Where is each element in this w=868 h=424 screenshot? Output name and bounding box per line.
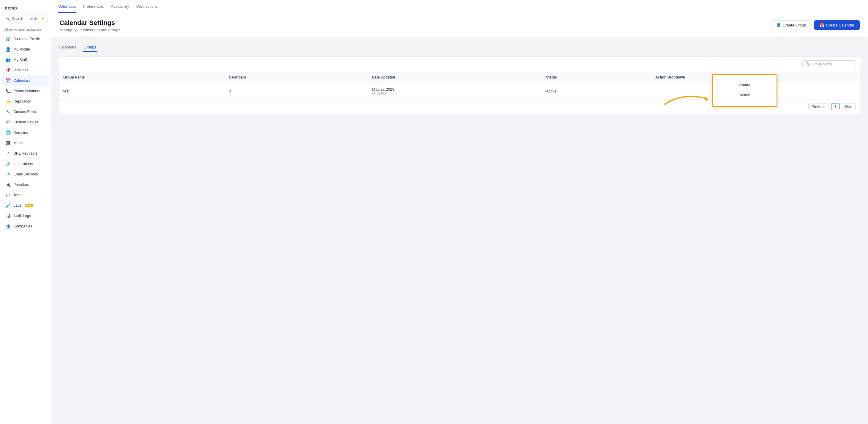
back-nav[interactable]: Back to main navigation xyxy=(0,25,51,34)
sub-tab-groups[interactable]: Groups xyxy=(83,43,97,52)
sidebar-item-audit-logs[interactable]: 📊Audit Logs xyxy=(2,211,49,221)
sidebar-item-reputation[interactable]: ⭐Reputation xyxy=(2,96,49,107)
sidebar-label-integrations: Integrations xyxy=(13,162,33,166)
calendar-icon: 📅 xyxy=(819,23,824,27)
create-group-button[interactable]: 👤 Create Group xyxy=(771,20,811,30)
col-group-name: Group Name xyxy=(59,72,224,83)
group-name-search[interactable]: 🔍 Group Name xyxy=(802,60,856,68)
tab-connections[interactable]: Connections xyxy=(136,1,158,13)
sidebar-label-companies: Companies xyxy=(13,224,32,228)
sidebar-item-url-redirects[interactable]: ↗URL Redirects xyxy=(2,148,49,159)
sidebar-item-my-staff[interactable]: 👥My Staff xyxy=(2,55,49,65)
domains-icon: 🌐 xyxy=(5,130,11,135)
sidebar-label-reputation: Reputation xyxy=(13,99,31,104)
page-subtitle: Manage your calendars and groups xyxy=(59,28,120,32)
main-content: Calendars Preferences Availability Conne… xyxy=(51,0,868,424)
cell-action: ⋮ xyxy=(651,83,861,100)
tab-preferences[interactable]: Preferences xyxy=(83,1,104,13)
search-icon: 🔍 xyxy=(6,17,10,21)
previous-button[interactable]: Previous xyxy=(808,103,829,110)
col-status: Status xyxy=(541,72,651,83)
sidebar-label-domains: Domains xyxy=(13,131,28,135)
action-dropdown-button[interactable]: ⋮ xyxy=(655,88,665,94)
calendars-icon: 📅 xyxy=(5,78,11,83)
sidebar-label-my-staff: My Staff xyxy=(13,58,27,62)
sidebar-label-email-services: Email Services xyxy=(13,172,38,176)
media-icon: 🖼 xyxy=(5,141,11,145)
cell-status: Active xyxy=(541,83,651,100)
date-primary: May 22 2023 xyxy=(372,87,536,91)
search-icon: 🔍 xyxy=(806,62,810,66)
pagination: Previous 1 Next xyxy=(59,100,861,114)
integrations-icon: 🔗 xyxy=(5,162,11,166)
sidebar-label-custom-fields: Custom Fields xyxy=(13,110,37,114)
page-title: Calendar Settings xyxy=(59,19,120,27)
sidebar-item-custom-values[interactable]: 💎Custom Values xyxy=(2,117,49,127)
app-logo: demo. xyxy=(0,0,51,13)
table-row: test 0 May 22 2023 08:32 PM Active ⋮ xyxy=(59,83,861,100)
sidebar-item-my-profile[interactable]: 👤My Profile xyxy=(2,44,49,54)
sidebar-nav: 🏢Business Profile👤My Profile👥My Staff📌Pi… xyxy=(0,34,51,232)
top-tab-bar: Calendars Preferences Availability Conne… xyxy=(51,0,868,13)
companies-icon: 🏦 xyxy=(5,224,11,229)
sidebar-item-providers[interactable]: 🔌Providers xyxy=(2,179,49,190)
lightning-icon[interactable]: ⚡ xyxy=(40,16,45,21)
sidebar-label-custom-values: Custom Values xyxy=(13,120,38,124)
groups-table-container: 🔍 Group Name Group Name Calendars Date U… xyxy=(58,56,861,114)
sidebar-item-custom-fields[interactable]: 🔧Custom Fields xyxy=(2,107,49,117)
sidebar-item-media[interactable]: 🖼Media xyxy=(2,138,49,148)
next-button[interactable]: Next xyxy=(842,103,856,110)
cell-date: May 22 2023 08:32 PM xyxy=(367,83,541,100)
sidebar-item-business-profile[interactable]: 🏢Business Profile xyxy=(2,34,49,44)
email-services-icon: 📧 xyxy=(5,172,11,177)
pipelines-icon: 📌 xyxy=(5,68,11,73)
tab-calendars[interactable]: Calendars xyxy=(58,1,76,13)
sidebar-label-providers: Providers xyxy=(13,182,29,187)
business-profile-icon: 🏢 xyxy=(5,36,11,41)
custom-fields-icon: 🔧 xyxy=(5,109,11,114)
cell-calendars: 0 xyxy=(224,83,367,100)
sidebar-item-tags[interactable]: 🏷Tags xyxy=(2,190,49,200)
sidebar-label-url-redirects: URL Redirects xyxy=(13,151,37,156)
sidebar-item-email-services[interactable]: 📧Email Services xyxy=(2,169,49,179)
search-placeholder: Group Name xyxy=(812,62,832,66)
sub-tab-calendars[interactable]: Calendars xyxy=(58,43,77,52)
sidebar-label-business-profile: Business Profile xyxy=(13,37,40,41)
my-profile-icon: 👤 xyxy=(5,47,11,52)
sidebar-label-pipelines: Pipelines xyxy=(13,68,29,72)
sidebar-item-domains[interactable]: 🌐Domains xyxy=(2,128,49,138)
sidebar-item-calendars[interactable]: 📅Calendars xyxy=(2,76,49,86)
sidebar-label-phone-numbers: Phone Numbers xyxy=(13,89,40,93)
groups-table: Group Name Calendars Date Updated Status… xyxy=(59,72,861,100)
content-area: Calendars Groups 🔍 Group Name Group Name… xyxy=(51,37,868,424)
sidebar-item-integrations[interactable]: 🔗Integrations xyxy=(2,159,49,169)
col-calendars: Calendars xyxy=(224,72,367,83)
create-calendar-button[interactable]: 📅 Create Calendar xyxy=(814,20,860,30)
sidebar-item-companies[interactable]: 🏦Companies xyxy=(2,221,49,231)
custom-values-icon: 💎 xyxy=(5,120,11,124)
cell-group-name: test xyxy=(59,83,224,100)
sub-tab-bar: Calendars Groups xyxy=(58,43,861,52)
search-label: Search xyxy=(12,17,23,21)
providers-icon: 🔌 xyxy=(5,182,11,187)
create-calendar-label: Create Calendar xyxy=(826,23,854,27)
tags-icon: 🏷 xyxy=(5,193,11,197)
page-number: 1 xyxy=(831,103,840,110)
sidebar-label-audit-logs: Audit Logs xyxy=(13,214,31,218)
reputation-icon: ⭐ xyxy=(5,99,11,104)
sidebar-label-labs: Labs xyxy=(13,203,21,207)
tab-availability[interactable]: Availability xyxy=(111,1,129,13)
sidebar-item-pipelines[interactable]: 📌Pipelines xyxy=(2,65,49,75)
new-badge-labs: new xyxy=(25,204,33,207)
sidebar-item-labs[interactable]: 🧪Labsnew xyxy=(2,200,49,210)
audit-logs-icon: 📊 xyxy=(5,214,11,218)
sidebar-item-phone-numbers[interactable]: 📞Phone Numbers xyxy=(2,86,49,96)
labs-icon: 🧪 xyxy=(5,203,11,208)
search-bar[interactable]: 🔍 Search ctrl K ⚡ xyxy=(3,15,48,23)
phone-numbers-icon: 📞 xyxy=(5,89,11,93)
sidebar-label-calendars: Calendars xyxy=(13,79,30,83)
col-date-updated: Date Updated xyxy=(367,72,541,83)
url-redirects-icon: ↗ xyxy=(5,151,11,156)
sidebar-label-tags: Tags xyxy=(13,193,21,197)
date-secondary: 08:32 PM xyxy=(372,91,536,95)
